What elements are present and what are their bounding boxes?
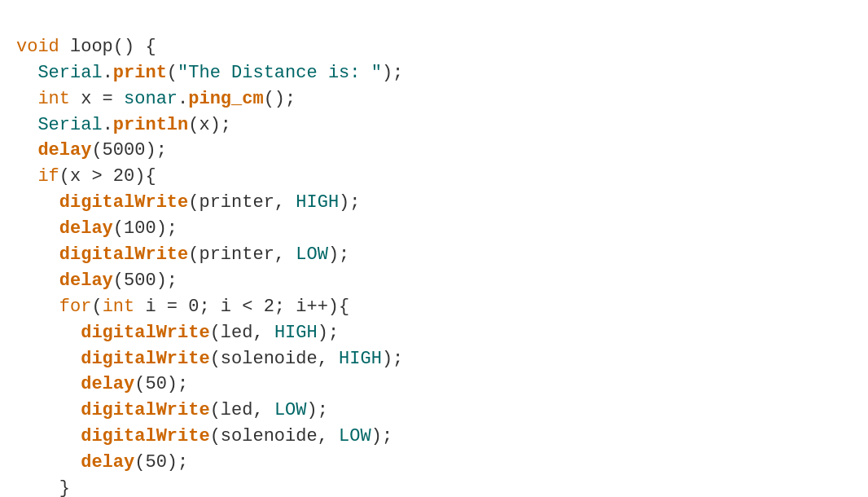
delay-method: delay — [37, 140, 91, 161]
code-editor: void loop() { Serial.print("The Distance… — [16, 8, 852, 497]
digitalwrite-args5: (led, — [210, 400, 274, 420]
paren-open: ( — [167, 63, 178, 83]
keyword-void: void — [16, 37, 59, 57]
sonar-object: sonar — [124, 89, 178, 109]
serial-object2: Serial — [37, 115, 102, 135]
digitalwrite-args6: (solenoide, — [210, 426, 339, 446]
delay-method2: delay — [59, 218, 113, 239]
serial-object: Serial — [37, 63, 102, 83]
constant-low2: LOW — [274, 400, 307, 420]
digitalwrite-method2: digitalWrite — [59, 244, 188, 265]
keyword-int: int — [37, 89, 70, 109]
digitalwrite-method1: digitalWrite — [59, 192, 188, 213]
constant-low1: LOW — [296, 244, 328, 265]
keyword-int2: int — [103, 297, 135, 317]
keyword-if: if — [37, 166, 59, 187]
for-open: ( — [91, 297, 102, 317]
digitalwrite-args1: (printer, — [188, 192, 296, 213]
digitalwrite-method6: digitalWrite — [81, 426, 209, 446]
digitalwrite-method5: digitalWrite — [81, 400, 209, 420]
digitalwrite-method3: digitalWrite — [81, 323, 209, 343]
delay-method4: delay — [81, 374, 134, 394]
constant-high2: HIGH — [274, 323, 318, 343]
digitalwrite-args4: (solenoide, — [210, 349, 339, 369]
delay-method5: delay — [81, 452, 134, 473]
digitalwrite-args2: (printer, — [188, 244, 296, 265]
ping-cm-method: ping_cm — [188, 89, 263, 109]
digitalwrite-args3: (led, — [210, 323, 274, 343]
space: x = — [70, 89, 124, 109]
print-method: print — [113, 63, 167, 83]
dot: . — [103, 63, 113, 83]
constant-high1: HIGH — [296, 192, 339, 213]
keyword-for: for — [59, 297, 92, 317]
constant-low3: LOW — [339, 426, 371, 446]
constant-high3: HIGH — [339, 349, 382, 369]
digitalwrite-method4: digitalWrite — [81, 349, 209, 369]
println-method: println — [113, 115, 188, 135]
dot2: . — [178, 89, 188, 109]
delay-method3: delay — [59, 270, 113, 291]
dot3: . — [103, 115, 113, 135]
string-literal: "The Distance is: " — [178, 63, 382, 83]
